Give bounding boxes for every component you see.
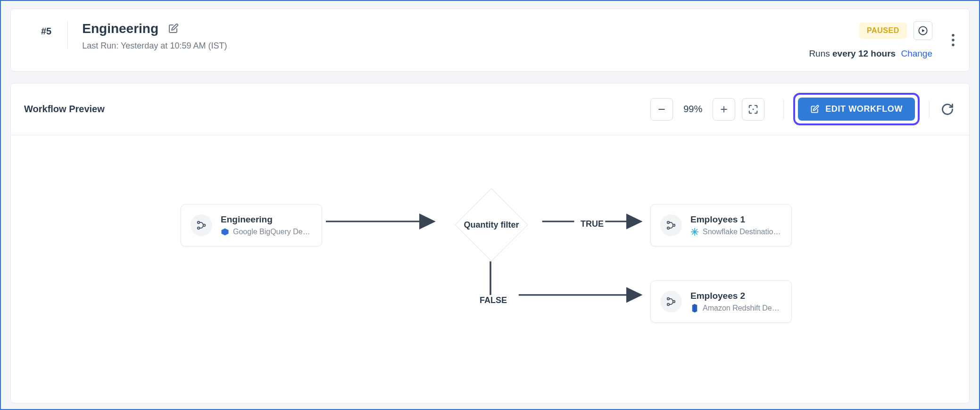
- run-icon[interactable]: [914, 21, 932, 40]
- redshift-icon: [690, 304, 699, 312]
- refresh-button[interactable]: [939, 101, 956, 118]
- snowflake-icon: [690, 228, 699, 236]
- node-false-subtitle: Amazon Redshift Desti...: [703, 304, 782, 312]
- more-menu-icon[interactable]: [946, 33, 961, 48]
- bigquery-icon: [221, 228, 229, 236]
- edge-label-false: FALSE: [480, 295, 507, 305]
- change-schedule-link[interactable]: Change: [901, 49, 932, 58]
- zoom-out-button[interactable]: [650, 98, 673, 121]
- node-false-dest[interactable]: Employees 2 Amazon Redshift Desti...: [650, 280, 792, 323]
- preview-title: Workflow Preview: [24, 104, 650, 115]
- zoom-in-button[interactable]: [713, 98, 735, 121]
- workflow-canvas[interactable]: Engineering Google BigQuery Desti... Qua…: [11, 135, 969, 403]
- node-true-title: Employees 1: [690, 214, 782, 225]
- workflow-header: #5 Engineering Last Run: Yesterday at 10…: [10, 8, 970, 72]
- svg-point-1: [952, 34, 955, 37]
- zoom-percent: 99%: [680, 104, 706, 115]
- node-source-title: Engineering: [221, 214, 312, 225]
- edit-workflow-highlight: EDIT WORKFLOW: [793, 93, 920, 125]
- last-run-label: Last Run: Yesterday at 10:59 AM (IST): [82, 41, 809, 51]
- svg-marker-16: [222, 229, 229, 236]
- workflow-preview-panel: Workflow Preview 99%: [10, 83, 970, 403]
- node-source-subtitle: Google BigQuery Desti...: [233, 228, 312, 236]
- workflow-title: Engineering: [82, 21, 158, 36]
- node-source[interactable]: Engineering Google BigQuery Desti...: [181, 204, 322, 246]
- edit-title-icon[interactable]: [167, 22, 180, 35]
- edit-workflow-button[interactable]: EDIT WORKFLOW: [798, 98, 915, 121]
- edge-label-true: TRUE: [581, 219, 604, 229]
- node-filter[interactable]: Quantity filter: [455, 188, 528, 262]
- node-filter-label: Quantity filter: [466, 199, 517, 250]
- preview-toolbar: Workflow Preview 99%: [11, 83, 969, 135]
- branch-icon: [660, 214, 682, 236]
- node-true-dest[interactable]: Employees 1 Snowflake Destination...: [650, 204, 792, 246]
- status-badge: PAUSED: [859, 23, 907, 39]
- branch-icon: [660, 291, 682, 312]
- node-false-title: Employees 2: [690, 291, 782, 301]
- svg-point-2: [952, 39, 955, 41]
- svg-point-7: [753, 108, 754, 110]
- node-true-subtitle: Snowflake Destination...: [703, 228, 782, 236]
- workflow-number: #5: [25, 21, 68, 49]
- fit-view-button[interactable]: [742, 98, 764, 121]
- branch-icon: [191, 214, 212, 236]
- schedule-text: Runs every 12 hours Change: [809, 49, 932, 59]
- svg-point-3: [952, 43, 955, 46]
